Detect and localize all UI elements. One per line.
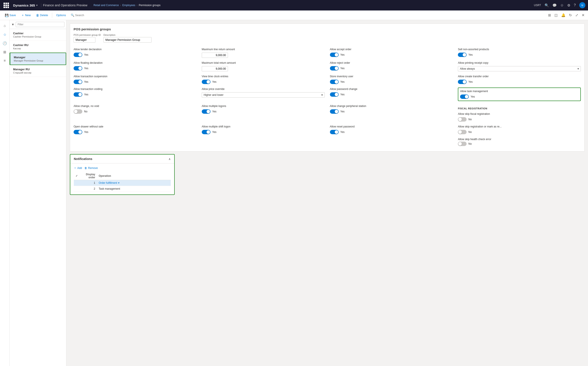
- perm-shift-label: Allow multiple shift logon: [202, 125, 325, 128]
- delete-button[interactable]: 🗑 Delete: [34, 13, 50, 18]
- perm-floating-value: Yes: [84, 67, 88, 70]
- toolbar-search[interactable]: 🔍: [71, 14, 112, 17]
- breadcrumb-item-2[interactable]: Employees: [122, 4, 135, 7]
- list-item-manager[interactable]: Manager Manager Permission Group: [10, 53, 66, 65]
- brand[interactable]: Dynamics 365 ▾: [11, 3, 39, 7]
- perm-time-row: Yes: [202, 80, 325, 84]
- list-item-manager-ru-sub: Старший кассир: [13, 71, 63, 74]
- row1-operation[interactable]: Order fulfillment ▾: [97, 180, 171, 186]
- desc-input[interactable]: [103, 37, 152, 43]
- perm-transfer-toggle[interactable]: [458, 80, 467, 84]
- perm-reject-toggle[interactable]: [330, 66, 339, 70]
- perm-print-select[interactable]: Allow always ▾: [458, 66, 581, 71]
- search-input[interactable]: [75, 14, 112, 17]
- list-item-cashier-sub: Cashier Permission Group: [13, 35, 63, 38]
- perm-create-transfer: Allow create transfer order Yes: [458, 75, 581, 84]
- notif-remove-button[interactable]: 🗑 Remove: [85, 166, 98, 170]
- user-avatar[interactable]: U: [579, 2, 585, 8]
- perm-tender-toggle[interactable]: [74, 53, 82, 57]
- notifications-body: ＋ Add 🗑 Remove ✓ Display order Operation: [70, 163, 174, 194]
- notification-icon[interactable]: 🔔: [560, 12, 566, 18]
- notifications-collapse-icon[interactable]: ∧: [169, 157, 171, 161]
- perm-max-line-input[interactable]: [202, 53, 228, 58]
- top-nav: Dynamics 365 ▾ Finance and Operations Pr…: [0, 0, 588, 10]
- breadcrumb-item-1[interactable]: Retail and Commerce: [93, 4, 119, 7]
- list-icon[interactable]: ≡: [1, 57, 9, 65]
- home-icon[interactable]: ⌂: [1, 22, 9, 30]
- perm-skip-fiscal-toggle[interactable]: [458, 117, 467, 122]
- perm-drawer-toggle[interactable]: [74, 130, 82, 134]
- perm-task-toggle[interactable]: [460, 94, 469, 99]
- perm-store-inventory: Store inventory user Yes: [330, 75, 453, 84]
- fiscal-col4-cont: Allow skip registration or mark as re...…: [458, 125, 581, 146]
- new-button[interactable]: ＋ New: [19, 12, 33, 18]
- perm-trans-susp-toggle[interactable]: [74, 80, 82, 84]
- perm-no-void-toggle[interactable]: [74, 109, 82, 114]
- notifications-section: Notifications ∧ ＋ Add 🗑 Remove: [70, 154, 175, 195]
- chat-icon[interactable]: 💬: [552, 3, 557, 8]
- table-row[interactable]: 2 Task management: [74, 186, 171, 192]
- perm-sell-toggle[interactable]: [458, 53, 467, 57]
- perm-shift-toggle[interactable]: [202, 130, 210, 134]
- perm-void-toggle[interactable]: [74, 92, 82, 97]
- perm-logons-row: Yes: [202, 109, 325, 114]
- perm-price-chevron-icon: ▾: [321, 93, 323, 97]
- search-icon[interactable]: 🔍: [545, 3, 549, 8]
- perm-void-row: Yes: [74, 92, 196, 97]
- order-fulfillment-link[interactable]: Order fulfillment ▾: [99, 181, 169, 184]
- pos-permissions-card: POS permission groups POS permission gro…: [70, 23, 585, 152]
- perm-no-void-label: Allow change, no void: [74, 105, 196, 107]
- filter-bar: ▼: [10, 20, 66, 29]
- options-button[interactable]: Options: [54, 13, 68, 18]
- clock-icon[interactable]: 🕐: [1, 39, 9, 47]
- perm-health-toggle[interactable]: [458, 142, 467, 146]
- perm-time-toggle[interactable]: [202, 80, 210, 84]
- list-item-manager-ru-name: Manager RU: [13, 68, 63, 71]
- perm-floating-toggle[interactable]: [74, 66, 82, 70]
- close-icon[interactable]: ✕: [581, 12, 585, 18]
- help-icon[interactable]: ?: [574, 3, 576, 7]
- waffle-menu[interactable]: [3, 2, 10, 9]
- perm-time-clock: View time clock entries Yes: [202, 75, 325, 84]
- settings-icon[interactable]: ⚙: [567, 3, 570, 8]
- save-button[interactable]: 💾 Save: [3, 13, 18, 18]
- fiscal-title: FISCAL REGISTRATION: [458, 107, 581, 110]
- list-item-manager-ru[interactable]: Manager RU Старший кассир: [10, 65, 66, 77]
- perm-price-select[interactable]: Higher and lower ▾: [202, 92, 325, 98]
- perm-logons-toggle[interactable]: [202, 109, 210, 114]
- list-item-cashier-ru[interactable]: Cashier RU Кассир: [10, 41, 66, 53]
- breadcrumb: Retail and Commerce › Employees › Permis…: [93, 4, 161, 7]
- app-name: Finance and Operations Preview: [41, 3, 89, 7]
- perm-skip-reg-toggle[interactable]: [458, 130, 467, 134]
- perm-health-row: No: [458, 142, 581, 146]
- list-item-cashier[interactable]: Cashier Cashier Permission Group: [10, 29, 66, 41]
- azure-icon[interactable]: ◫: [554, 12, 558, 18]
- dropdown-icon: ▾: [118, 181, 119, 184]
- filter-icon[interactable]: ▼: [11, 23, 15, 26]
- table-row[interactable]: 1 Order fulfillment ▾: [74, 180, 171, 186]
- notif-add-button[interactable]: ＋ Add: [74, 166, 82, 170]
- refresh-icon[interactable]: ↻: [568, 12, 573, 18]
- perm-reset-password: Allow reset password Yes: [330, 125, 453, 146]
- perm-store-inv-toggle[interactable]: [330, 80, 339, 84]
- perm-health-value: No: [468, 142, 472, 145]
- list-panel: ▼ Cashier Cashier Permission Group Cashi…: [10, 20, 66, 366]
- perm-print-receipt: Allow printing receipt copy Allow always…: [458, 61, 581, 71]
- perm-skip-fiscal-label: Allow skip fiscal registration: [458, 112, 581, 115]
- perm-max-total-input[interactable]: [202, 66, 228, 71]
- perm-peripheral-toggle[interactable]: [330, 109, 339, 114]
- expand-icon[interactable]: ⤢: [574, 12, 579, 18]
- star-icon[interactable]: ☆: [1, 30, 9, 38]
- id-input[interactable]: [74, 37, 95, 43]
- perm-pwd-toggle[interactable]: [330, 92, 339, 97]
- perm-drawer-label: Open drawer without sale: [74, 125, 196, 128]
- perm-sell-label: Sell non-assorted products: [458, 48, 581, 51]
- grid-icon[interactable]: ⊞: [1, 48, 9, 56]
- perm-accept-toggle[interactable]: [330, 53, 339, 57]
- perm-reset-toggle[interactable]: [330, 130, 339, 134]
- filter-input[interactable]: [16, 22, 64, 27]
- grid-view-icon[interactable]: ⊞: [547, 12, 552, 18]
- desc-label: Description: [103, 34, 152, 36]
- smiley-icon[interactable]: ☺: [560, 3, 564, 7]
- notifications-header[interactable]: Notifications ∧: [70, 154, 174, 163]
